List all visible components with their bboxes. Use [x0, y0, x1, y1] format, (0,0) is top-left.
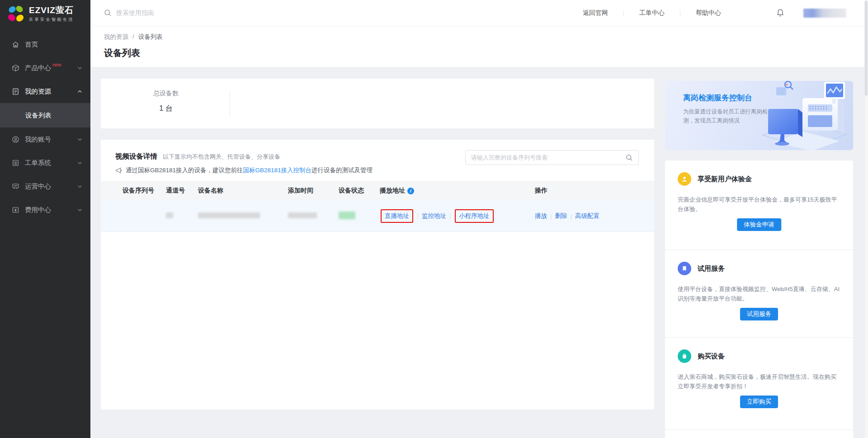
- device-table: 设备序列号 通道号 设备名称 添加时间 设备状态 播放地址 i 操作 直播地址: [101, 181, 654, 232]
- col-name: 设备名称: [198, 187, 288, 195]
- live-address-link[interactable]: 直播地址: [385, 212, 409, 220]
- divider: |: [550, 213, 552, 220]
- advanced-config-action[interactable]: 高级配置: [575, 212, 599, 220]
- channel-redacted: [166, 212, 173, 218]
- brand-name: EZVIZ萤石: [29, 5, 74, 15]
- sidebar: EZVIZ萤石 乐享安全智能生活 首页 产品中心 new 我的资源 设备列表 我…: [0, 0, 90, 438]
- col-play-address-label: 播放地址: [380, 187, 405, 195]
- breadcrumb-parent[interactable]: 我的资源: [104, 33, 128, 41]
- cell-play-address: 直播地址 监控地址 小程序地址: [380, 209, 535, 223]
- promo-card: 享受新用户体验金 完善企业信息即可享受开放平台体验金，最多可享15天极致平台体验…: [665, 160, 853, 438]
- section-title: 视频设备详情: [115, 152, 157, 161]
- sidebar-item-billing[interactable]: 费用中心: [0, 198, 90, 221]
- play-action[interactable]: 播放: [535, 212, 547, 220]
- list-document-icon: [12, 159, 19, 167]
- total-devices-label: 总设备数: [101, 89, 231, 98]
- live-address-highlight-box: 直播地址: [381, 209, 413, 223]
- info-icon[interactable]: i: [407, 188, 414, 194]
- sidebar-subitem-label: 设备列表: [25, 111, 52, 120]
- trial-service-button[interactable]: 试用服务: [740, 308, 778, 320]
- home-icon: [12, 41, 19, 48]
- banner-text-line1: 为批量通过设备对员工进行离岗检: [683, 107, 768, 116]
- gb28181-console-link[interactable]: 国标GB28181接入控制台: [243, 166, 312, 174]
- notification-bell[interactable]: [776, 9, 784, 17]
- search-icon[interactable]: [626, 154, 633, 161]
- bell-icon: [776, 9, 784, 17]
- scrollbar-thumb[interactable]: [865, 1, 868, 96]
- topbar: 搜索使用指南 返回官网 工单中心 帮助中心: [90, 0, 868, 26]
- col-serial: 设备序列号: [123, 187, 166, 195]
- cell-status: [339, 212, 380, 221]
- away-detection-banner[interactable]: 离岗检测服务控制台 为批量通过设备对员工进行离岗检 测，发现员工离岗情况: [665, 81, 853, 150]
- divider: [623, 10, 624, 16]
- billing-icon: [12, 206, 19, 214]
- total-devices-value: 1 台: [101, 104, 231, 113]
- cube-icon: [12, 64, 19, 72]
- sidebar-nav: 首页 产品中心 new 我的资源 设备列表 我的账号 工单系统 运营中: [0, 33, 90, 221]
- device-name-redacted: [198, 212, 260, 218]
- promo-section-new-user: 享受新用户体验金 完善企业信息即可享受开放平台体验金，最多可享15天极致平台体验…: [665, 160, 853, 250]
- banner-text-line2: 测，发现员工离岗情况: [683, 116, 740, 125]
- new-badge: new: [52, 62, 61, 67]
- guide-search-placeholder: 搜索使用指南: [116, 9, 154, 17]
- sidebar-item-my-resources[interactable]: 我的资源: [0, 80, 90, 103]
- sidebar-item-work-orders[interactable]: 工单系统: [0, 151, 90, 174]
- cell-actions: 播放 | 删除 | 高级配置: [535, 212, 654, 220]
- sidebar-item-label: 运营中心: [25, 182, 51, 191]
- link-help-center[interactable]: 帮助中心: [695, 9, 722, 17]
- chevron-down-icon: [77, 66, 82, 71]
- miniprogram-address-link[interactable]: 小程序地址: [459, 212, 490, 220]
- presentation-chart-icon: [12, 183, 19, 190]
- search-icon: [104, 9, 112, 17]
- col-play-address: 播放地址 i: [380, 187, 535, 195]
- sidebar-item-label: 我的账号: [25, 135, 51, 144]
- sidebar-item-my-account[interactable]: 我的账号: [0, 127, 90, 151]
- brand-tagline: 乐享安全智能生活: [29, 17, 74, 23]
- link-ticket-center[interactable]: 工单中心: [638, 9, 665, 17]
- divider: [680, 10, 680, 16]
- table-header-row: 设备序列号 通道号 设备名称 添加时间 设备状态 播放地址 i 操作: [101, 181, 654, 201]
- sidebar-item-label: 首页: [25, 40, 38, 49]
- sidebar-item-home[interactable]: 首页: [0, 33, 90, 56]
- device-serial-search-input[interactable]: [471, 154, 626, 161]
- added-time-redacted: [288, 212, 317, 218]
- scrollbar[interactable]: [864, 0, 868, 438]
- device-stats-card: 总设备数 1 台: [101, 79, 654, 128]
- bookmark-icon: [678, 262, 691, 275]
- status-online-redacted: [339, 212, 355, 219]
- banner-title: 离岗检测服务控制台: [683, 93, 752, 103]
- divider: |: [571, 213, 572, 220]
- brand-text: EZVIZ萤石 乐享安全智能生活: [29, 5, 74, 23]
- section-subtitle: 以下显示均不包含网关、托管设备、分享设备: [163, 153, 280, 161]
- page-title: 设备列表: [104, 47, 868, 59]
- promo-title: 购买设备: [698, 352, 725, 361]
- brand-logo[interactable]: EZVIZ萤石 乐享安全智能生活: [0, 0, 90, 28]
- chevron-down-icon: [77, 207, 82, 212]
- guide-search[interactable]: 搜索使用指南: [104, 9, 154, 17]
- device-serial-search: [465, 150, 639, 165]
- chevron-down-icon: [77, 184, 82, 189]
- delete-action[interactable]: 删除: [555, 212, 567, 220]
- divider: [665, 429, 853, 430]
- cell-channel: [166, 212, 198, 220]
- buy-now-button[interactable]: 立即购买: [740, 396, 778, 408]
- shopping-bag-icon: [678, 349, 691, 363]
- sidebar-item-label: 工单系统: [25, 159, 51, 167]
- promo-title: 享受新用户体验金: [698, 175, 752, 184]
- col-added-time: 添加时间: [288, 187, 339, 195]
- apply-trial-credit-button[interactable]: 体验金申请: [737, 218, 781, 231]
- sidebar-subitem-device-list[interactable]: 设备列表: [0, 103, 90, 127]
- breadcrumb: 我的资源 / 设备列表: [104, 26, 868, 41]
- sidebar-item-operations[interactable]: 运营中心: [0, 174, 90, 198]
- user-account-redacted[interactable]: [803, 9, 846, 18]
- link-official-site[interactable]: 返回官网: [582, 9, 609, 17]
- promo-section-buy-device: 购买设备 进入萤石商城，购买萤石设备，极速开启智慧生活。现在购买立即享受开发者专…: [665, 338, 853, 429]
- sidebar-item-label: 费用中心: [25, 206, 51, 214]
- cell-added-time: [288, 212, 339, 220]
- notice-suffix: 进行设备的测试及管理: [311, 166, 373, 174]
- video-device-panel: 视频设备详情 以下显示均不包含网关、托管设备、分享设备 通过国标GB28181接…: [101, 140, 654, 410]
- table-row: 直播地址 监控地址 小程序地址 播放 | 删除 | 高级配置: [101, 201, 654, 232]
- monitor-address-link[interactable]: 监控地址: [422, 212, 446, 220]
- sidebar-item-products[interactable]: 产品中心 new: [0, 56, 90, 80]
- right-column: 离岗检测服务控制台 为批量通过设备对员工进行离岗检 测，发现员工离岗情况 享受新…: [665, 67, 853, 438]
